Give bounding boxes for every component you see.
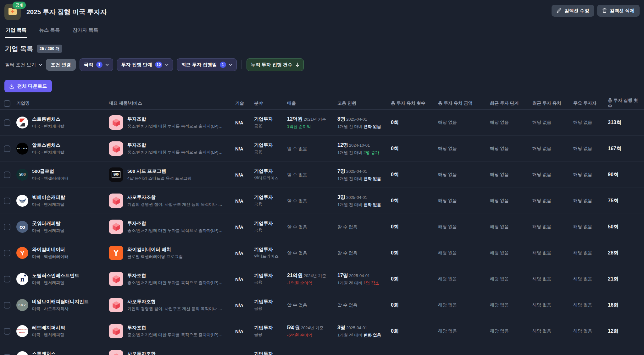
- row-checkbox[interactable]: [4, 354, 10, 355]
- sort-chip-cumulative-investments[interactable]: 누적 투자 집행 건수: [247, 58, 304, 71]
- cell-recent-stage: 해당 없음: [487, 224, 530, 230]
- company-name[interactable]: 스톰벤처스: [32, 351, 64, 355]
- filter-view-toggle[interactable]: 필터 조건 보기: [5, 62, 42, 68]
- tab-news-list[interactable]: 뉴스 목록: [38, 25, 60, 38]
- cell-recent-funding: 해당 없음: [530, 224, 571, 230]
- company-meta: 미국 · 액셀러레이터: [32, 176, 69, 181]
- chevron-down-icon: [165, 64, 169, 66]
- product-name: 사모투자조합: [127, 351, 225, 355]
- cell-key-investors: 해당 없음: [571, 224, 605, 230]
- row-checkbox[interactable]: [4, 198, 10, 204]
- cell-total-funding-rounds: 0회: [388, 119, 436, 126]
- product-name: 투자조합: [127, 273, 225, 279]
- cell-recent-stage: 해당 없음: [487, 120, 530, 125]
- table-row[interactable]: BRV 비알브이캐피탈매니지먼트 미국 · 사모투자회사 사모투자조합 기업의 …: [0, 292, 644, 318]
- product-description: 중소/벤처기업에 대한 투자를 목적으로 출자자(LP)로…: [127, 150, 225, 155]
- row-checkbox[interactable]: [4, 224, 10, 230]
- company-name[interactable]: 굿워터캐피탈: [32, 221, 64, 227]
- cell-recent-stage: 해당 없음: [487, 250, 530, 256]
- company-logo: Y: [16, 247, 28, 259]
- table-row[interactable]: ALTOS 알토스벤처스 미국 · 벤처캐피탈 투자조합 중소/벤처기업에 대한…: [0, 136, 644, 162]
- company-logo: REDBADGEPACIFIC: [16, 325, 28, 337]
- product-icon: 500: [109, 167, 123, 182]
- chevron-down-icon: [39, 64, 42, 66]
- company-name[interactable]: 빅베이슨캐피탈: [32, 194, 65, 200]
- col-total-funding-rounds: 총 투자 유치 횟수: [388, 101, 436, 106]
- row-checkbox[interactable]: [4, 328, 10, 335]
- company-name[interactable]: 노틸러스인베스트먼트: [32, 273, 79, 279]
- tab-participant-list[interactable]: 참가자 목록: [72, 25, 99, 38]
- product-icon: [109, 298, 123, 312]
- table-row[interactable]: ∞ 굿워터캐피탈 미국 · 벤처캐피탈 투자조합 중소/벤처기업에 대한 투자를…: [0, 214, 644, 240]
- row-checkbox[interactable]: [4, 119, 10, 126]
- company-name[interactable]: 알토스벤처스: [32, 142, 64, 148]
- company-name[interactable]: 스트롱벤처스: [32, 116, 64, 122]
- visibility-badge: 공개: [13, 2, 26, 9]
- cell-total-investments-made: 90회: [605, 172, 644, 178]
- table-row[interactable]: REDBADGEPACIFIC 레드배지퍼시픽 미국 · 벤처캐피탈 투자조합 …: [0, 318, 644, 344]
- row-checkbox[interactable]: [4, 276, 10, 282]
- table-row[interactable]: 스트롱벤처스 미국 · 벤처캐피탈 투자조합 중소/벤처기업에 대한 투자를 목…: [0, 110, 644, 136]
- table-row[interactable]: Y 와이컴비네이터 미국 · 액셀러레이터 Y 와이컴비네이터 배치 글로벌 액…: [0, 240, 644, 266]
- cell-revenue: 알 수 없음: [285, 172, 335, 178]
- company-meta: 미국 · 벤처캐피탈: [32, 228, 64, 233]
- col-revenue: 매출: [285, 101, 335, 106]
- tab-company-list[interactable]: 기업 목록: [5, 25, 27, 38]
- table-row[interactable]: 빅베이슨캐피탈 미국 · 벤처캐피탈 사모투자조합 기업의 경영권 참여, 사업…: [0, 188, 644, 214]
- product-icon: [109, 350, 123, 355]
- delete-collection-button[interactable]: 컬렉션 삭제: [597, 5, 640, 17]
- filter-chip-investment-stage[interactable]: 투자 집행 단계 10: [117, 58, 173, 71]
- select-all-checkbox[interactable]: [4, 100, 10, 107]
- company-meta: 미국 · 벤처캐피탈: [32, 202, 65, 207]
- cell-key-investors: 해당 없음: [571, 198, 605, 204]
- cell-revenue: 알 수 없음: [285, 198, 335, 204]
- table-row[interactable]: 500 500글로벌 미국 · 액셀러레이터 500 500 시드 프로그램 4…: [0, 162, 644, 188]
- filter-chip-recent-investment-date[interactable]: 최근 투자 집행일 1: [177, 58, 236, 71]
- row-checkbox[interactable]: [4, 172, 10, 178]
- product-description: 중소/벤처기업에 대한 투자를 목적으로 출자자(LP)로…: [127, 228, 225, 233]
- product-name: 사모투자조합: [127, 299, 225, 305]
- cell-total-funding-rounds: 0회: [388, 328, 436, 335]
- product-name: 투자조합: [127, 142, 225, 148]
- cell-recent-stage: 해당 없음: [487, 276, 530, 282]
- product-description: 중소/벤처기업에 대한 투자를 목적으로 출자자(LP)로…: [127, 280, 225, 286]
- cell-revenue: 알 수 없음: [285, 224, 335, 230]
- product-name: 와이컴비네이터 배치: [127, 247, 183, 253]
- table-row[interactable]: 스톰벤처스 미국 · 벤처캐피탈 사모투자조합 기업의 경영권 참여, 사업구조…: [0, 344, 644, 355]
- change-conditions-button[interactable]: 조건 변경: [46, 59, 75, 71]
- company-name[interactable]: 레드배지퍼시픽: [32, 325, 65, 331]
- col-company-name: 기업명: [13, 101, 97, 106]
- cell-total-funding-rounds: 0회: [388, 224, 436, 230]
- cell-recent-funding: 해당 없음: [530, 146, 571, 151]
- cell-field: 기업투자 금융: [252, 194, 285, 207]
- cell-recent-stage: 해당 없음: [487, 328, 530, 334]
- company-name[interactable]: 와이컴비네이터: [32, 247, 69, 253]
- company-name[interactable]: 비알브이캐피탈매니지먼트: [32, 299, 89, 305]
- product-name: 투자조합: [127, 116, 225, 122]
- cell-key-investors: 해당 없음: [571, 302, 605, 308]
- cell-employees: 3명2025-04-011개월 전 대비 변화 없음: [335, 194, 388, 208]
- table-row[interactable]: n 노틸러스인베스트먼트 미국 · 벤처캐피탈 투자조합 중소/벤처기업에 대한…: [0, 266, 644, 292]
- company-meta: 미국 · 벤처캐피탈: [32, 123, 64, 129]
- cell-total-funding-amount: 해당 없음: [436, 198, 487, 204]
- product-description: 기업의 경영권 참여, 사업구조 개선 등의 목적이나 주…: [127, 306, 225, 312]
- col-product-service: 대표 제품/서비스: [97, 101, 233, 106]
- download-all-button[interactable]: 전체 다운로드: [4, 80, 52, 92]
- section-title: 기업 목록: [5, 44, 33, 53]
- row-checkbox[interactable]: [4, 145, 10, 152]
- cell-total-funding-amount: 해당 없음: [436, 172, 487, 178]
- cell-key-investors: 해당 없음: [571, 328, 605, 334]
- filter-chip-nationality[interactable]: 국적 1: [80, 58, 113, 71]
- cell-revenue: 알 수 없음: [285, 146, 335, 152]
- col-recent-stage: 최근 투자 단계: [487, 101, 530, 106]
- product-description: 중소/벤처기업에 대한 투자를 목적으로 출자자(LP)로…: [127, 123, 225, 129]
- company-name[interactable]: 500글로벌: [32, 168, 69, 174]
- row-checkbox[interactable]: [4, 250, 10, 256]
- cell-employees: 알 수 없음: [335, 224, 388, 230]
- row-checkbox[interactable]: [4, 302, 10, 309]
- col-total-funding-amount: 총 투자 유치 금액: [436, 101, 487, 106]
- filter-count-badge: 1: [96, 62, 103, 68]
- cell-tech: N/A: [233, 224, 252, 230]
- edit-collection-button[interactable]: 컬렉션 수정: [552, 5, 594, 17]
- cell-recent-stage: 해당 없음: [487, 172, 530, 178]
